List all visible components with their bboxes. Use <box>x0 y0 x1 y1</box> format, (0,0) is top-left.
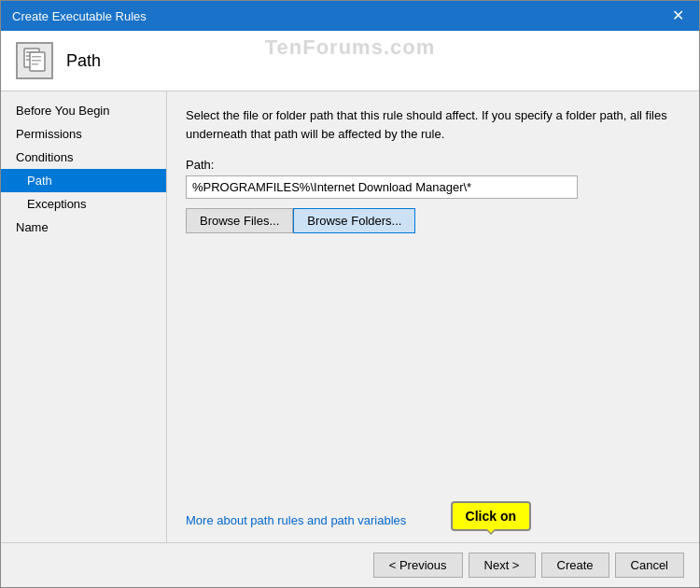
tooltip: Click on <box>451 501 531 531</box>
header-title: Path <box>66 51 101 71</box>
create-button[interactable]: Create <box>541 553 609 578</box>
sidebar: Before You Begin Permissions Conditions … <box>1 91 167 542</box>
sidebar-item-permissions[interactable]: Permissions <box>1 122 166 146</box>
previous-button[interactable]: < Previous <box>373 553 463 578</box>
sidebar-item-name[interactable]: Name <box>1 216 166 239</box>
svg-rect-7 <box>32 63 38 65</box>
svg-rect-4 <box>30 52 45 71</box>
dialog-title: Create Executable Rules <box>12 9 147 23</box>
description-text: Select the file or folder path that this… <box>186 106 680 143</box>
more-link[interactable]: More about path rules and path variables <box>186 513 406 527</box>
browse-files-button[interactable]: Browse Files... <box>186 208 293 233</box>
svg-rect-5 <box>32 56 41 58</box>
close-button[interactable]: ✕ <box>668 8 688 23</box>
svg-rect-6 <box>32 60 41 62</box>
sidebar-item-before-you-begin[interactable]: Before You Begin <box>1 99 166 122</box>
page-icon <box>21 48 48 74</box>
dialog-body: Before You Begin Permissions Conditions … <box>1 91 699 542</box>
path-input[interactable] <box>186 175 578 199</box>
sidebar-item-path[interactable]: Path <box>1 169 166 192</box>
create-executable-rules-dialog: Create Executable Rules ✕ TenForums.com … <box>0 0 700 588</box>
sidebar-item-exceptions[interactable]: Exceptions <box>1 192 166 216</box>
title-bar: Create Executable Rules ✕ <box>1 1 699 31</box>
browse-folders-button[interactable]: Browse Folders... <box>293 208 415 233</box>
next-button[interactable]: Next > <box>469 553 536 578</box>
sidebar-item-conditions[interactable]: Conditions <box>1 146 166 169</box>
main-content: Select the file or folder path that this… <box>167 91 699 542</box>
dialog-header: Path <box>1 31 699 91</box>
header-icon <box>16 42 53 79</box>
path-label: Path: <box>186 158 680 172</box>
dialog-footer: Click on < Previous Next > Create Cancel <box>1 542 699 587</box>
browse-buttons: Browse Files... Browse Folders... <box>186 208 680 233</box>
cancel-button[interactable]: Cancel <box>615 553 684 578</box>
